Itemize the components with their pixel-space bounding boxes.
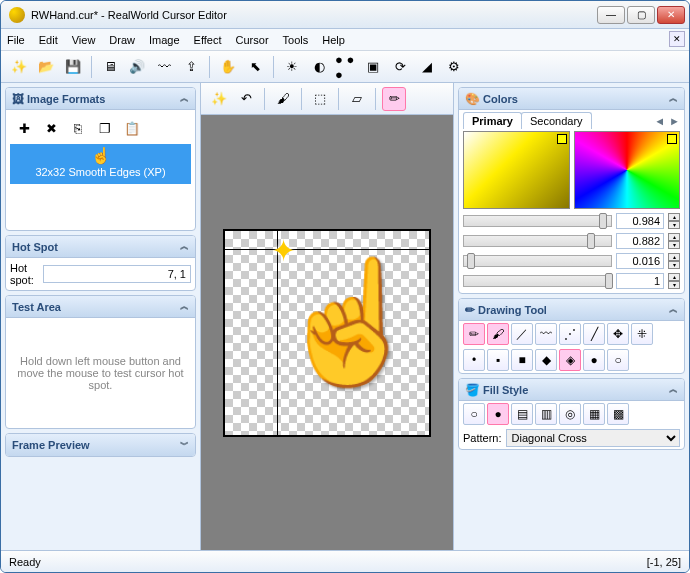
crop-icon[interactable]: ▣ — [361, 55, 385, 79]
maximize-button[interactable]: ▢ — [627, 6, 655, 24]
fill-radial[interactable]: ◎ — [559, 403, 581, 425]
spin-down[interactable]: ▾ — [668, 261, 680, 269]
colors-header[interactable]: 🎨 Colors ︽ — [459, 88, 684, 110]
alpha-value[interactable] — [616, 273, 664, 289]
rotate-icon[interactable]: ⟳ — [388, 55, 412, 79]
preview-icon[interactable]: 🖥 — [98, 55, 122, 79]
blue-slider[interactable] — [463, 255, 612, 267]
spin-up[interactable]: ▴ — [668, 213, 680, 221]
tool-curve[interactable]: 〰 — [535, 323, 557, 345]
sound-icon[interactable]: 🔊 — [125, 55, 149, 79]
test-area-header[interactable]: Test Area ︽ — [6, 296, 195, 318]
test-area-surface[interactable]: Hold down left mouse button and move the… — [6, 318, 195, 428]
test-area-hint: Hold down left mouse button and move the… — [12, 355, 189, 391]
tool-line[interactable]: ／ — [511, 323, 533, 345]
frame-preview-header[interactable]: Frame Preview ︾ — [6, 434, 195, 456]
shadow-icon[interactable]: ◢ — [415, 55, 439, 79]
format-item-label: 32x32 Smooth Edges (XP) — [35, 166, 165, 178]
fmt-copy-icon[interactable]: ❐ — [93, 116, 117, 140]
fill-none[interactable]: ○ — [463, 403, 485, 425]
tool-polyline[interactable]: ⋰ — [559, 323, 581, 345]
pattern-select[interactable]: Diagonal Cross — [506, 429, 680, 447]
editor-canvas[interactable]: ☝ ✦ — [223, 229, 431, 437]
menu-help[interactable]: Help — [322, 34, 345, 46]
fill-hgrad[interactable]: ▤ — [511, 403, 533, 425]
red-slider[interactable] — [463, 215, 612, 227]
tool-brush[interactable]: 🖌 — [487, 323, 509, 345]
alpha-slider[interactable] — [463, 275, 612, 287]
fill-style-header[interactable]: 🪣 Fill Style ︽ — [459, 379, 684, 401]
menu-edit[interactable]: Edit — [39, 34, 58, 46]
saturation-picker[interactable] — [463, 131, 570, 209]
share-icon[interactable]: ⇪ — [179, 55, 203, 79]
undo-icon[interactable]: ↶ — [234, 87, 258, 111]
tab-primary[interactable]: Primary — [463, 112, 522, 129]
menu-effect[interactable]: Effect — [194, 34, 222, 46]
shape-square-m[interactable]: ■ — [511, 349, 533, 371]
pencil-icon[interactable]: ✏ — [382, 87, 406, 111]
tool-move[interactable]: ✥ — [607, 323, 629, 345]
tab-secondary[interactable]: Secondary — [521, 112, 592, 129]
shape-diamond[interactable]: ◆ — [535, 349, 557, 371]
close-doc-button[interactable]: ✕ — [669, 31, 685, 47]
pointer-icon[interactable]: ⬉ — [243, 55, 267, 79]
menu-cursor[interactable]: Cursor — [236, 34, 269, 46]
image-formats-panel: 🖼 Image Formats ︽ ✚ ✖ ⎘ ❐ 📋 32x32 Smooth… — [5, 87, 196, 231]
save-icon[interactable]: 💾 — [61, 55, 85, 79]
shape-circle[interactable]: ● — [583, 349, 605, 371]
fmt-add-icon[interactable]: ✚ — [12, 116, 36, 140]
red-value[interactable] — [616, 213, 664, 229]
fill-pattern[interactable]: ▦ — [583, 403, 605, 425]
tool-pencil[interactable]: ✏ — [463, 323, 485, 345]
image-formats-header[interactable]: 🖼 Image Formats ︽ — [6, 88, 195, 110]
hue-picker[interactable] — [574, 131, 681, 209]
fmt-dup-icon[interactable]: ⎘ — [66, 116, 90, 140]
spin-up[interactable]: ▴ — [668, 233, 680, 241]
spin-down[interactable]: ▾ — [668, 281, 680, 289]
tool-move2[interactable]: ⁜ — [631, 323, 653, 345]
drawing-tool-title: Drawing Tool — [478, 304, 547, 316]
spin-up[interactable]: ▴ — [668, 253, 680, 261]
spin-up[interactable]: ▴ — [668, 273, 680, 281]
tool-line2[interactable]: ╱ — [583, 323, 605, 345]
menu-image[interactable]: Image — [149, 34, 180, 46]
new-icon[interactable]: ✨ — [7, 55, 31, 79]
prev-icon[interactable]: ◄ — [654, 115, 665, 127]
format-item-selected[interactable]: 32x32 Smooth Edges (XP) — [10, 144, 191, 184]
blue-value[interactable] — [616, 253, 664, 269]
next-icon[interactable]: ► — [669, 115, 680, 127]
spin-down[interactable]: ▾ — [668, 221, 680, 229]
shape-dot[interactable]: • — [463, 349, 485, 371]
open-icon[interactable]: 📂 — [34, 55, 58, 79]
brush-icon[interactable]: 🖌 — [271, 87, 295, 111]
more-icon[interactable]: ⚙ — [442, 55, 466, 79]
select-icon[interactable]: ⬚ — [308, 87, 332, 111]
hot-spot-header[interactable]: Hot Spot ︽ — [6, 236, 195, 258]
shape-diamond-big[interactable]: ◈ — [559, 349, 581, 371]
fmt-del-icon[interactable]: ✖ — [39, 116, 63, 140]
hot-spot-input[interactable] — [43, 265, 191, 283]
spin-down[interactable]: ▾ — [668, 241, 680, 249]
brightness-icon[interactable]: ☀ — [280, 55, 304, 79]
minimize-button[interactable]: — — [597, 6, 625, 24]
hand-icon[interactable]: ✋ — [216, 55, 240, 79]
menu-view[interactable]: View — [72, 34, 96, 46]
shape-square-s[interactable]: ▪ — [487, 349, 509, 371]
contrast-icon[interactable]: ◐ — [307, 55, 331, 79]
green-slider[interactable] — [463, 235, 612, 247]
wand-icon[interactable]: ✨ — [207, 87, 231, 111]
menu-file[interactable]: File — [7, 34, 25, 46]
fmt-paste-icon[interactable]: 📋 — [120, 116, 144, 140]
fill-texture[interactable]: ▩ — [607, 403, 629, 425]
eraser-icon[interactable]: ▱ — [345, 87, 369, 111]
drawing-tool-header[interactable]: ✏ Drawing Tool ︽ — [459, 299, 684, 321]
fill-solid[interactable]: ● — [487, 403, 509, 425]
fill-vgrad[interactable]: ▥ — [535, 403, 557, 425]
menu-tools[interactable]: Tools — [283, 34, 309, 46]
green-value[interactable] — [616, 233, 664, 249]
close-button[interactable]: ✕ — [657, 6, 685, 24]
shape-ring[interactable]: ○ — [607, 349, 629, 371]
hue-icon[interactable]: ● ● ● — [334, 55, 358, 79]
menu-draw[interactable]: Draw — [109, 34, 135, 46]
curve-icon[interactable]: 〰 — [152, 55, 176, 79]
